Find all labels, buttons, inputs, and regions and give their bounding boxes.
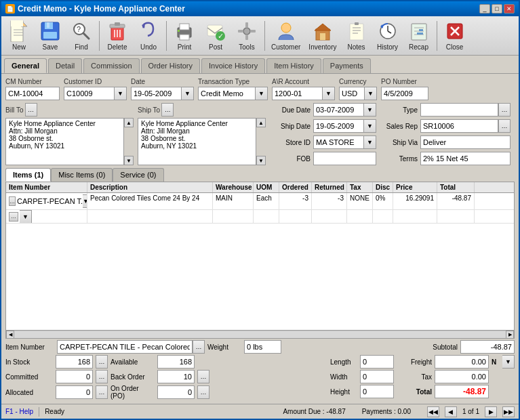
customer-id-dropdown[interactable]: ▼ <box>115 87 127 100</box>
help-link[interactable]: F1 - Help <box>5 408 33 415</box>
col-disc: Disc <box>373 182 393 192</box>
committed-ellipsis[interactable]: … <box>96 370 108 383</box>
date-dropdown[interactable]: ▼ <box>182 87 194 100</box>
ship-date-input[interactable] <box>313 119 364 133</box>
transaction-type-dropdown[interactable]: ▼ <box>256 87 268 100</box>
tab-order-history[interactable]: Order History <box>141 58 200 73</box>
po-number-group: PO Number <box>381 78 428 100</box>
post-button[interactable]: ✓ Post <box>201 18 231 54</box>
allocated-input[interactable] <box>56 385 93 399</box>
freight-input[interactable] <box>435 355 489 369</box>
ship-to-textarea[interactable]: Kyle Home Appliance Center Attn: Jill Mo… <box>138 118 256 165</box>
bill-to-scroll-down[interactable]: ▼ <box>124 156 134 165</box>
tax-input[interactable] <box>435 370 489 383</box>
transaction-type-input[interactable] <box>198 87 256 100</box>
notes-button[interactable]: Notes <box>342 18 372 54</box>
table-row[interactable]: … CARPET-PECAN T. ▼ Pecan Colored Tiles … <box>6 193 514 210</box>
cm-number-input[interactable] <box>5 87 60 100</box>
grid-scrollbar-h[interactable]: ◀ ▶ <box>6 330 514 338</box>
terms-input[interactable] <box>420 152 511 165</box>
maximize-button[interactable]: □ <box>492 4 502 14</box>
ar-account-input[interactable] <box>272 87 323 100</box>
type-input[interactable] <box>420 103 498 117</box>
customer-id-input[interactable] <box>64 87 115 100</box>
close-button[interactable]: Close <box>440 18 470 54</box>
length-input[interactable] <box>360 355 394 369</box>
ship-to-scroll-down[interactable]: ▼ <box>256 156 266 165</box>
nav-prev-button[interactable]: ◀ <box>445 406 457 417</box>
ship-via-input[interactable] <box>420 135 511 149</box>
on-order-input[interactable] <box>157 385 195 399</box>
ship-to-scroll-up[interactable]: ▲ <box>256 118 266 127</box>
date-input[interactable] <box>131 87 182 100</box>
scroll-right-btn[interactable]: ▶ <box>506 331 514 339</box>
new-icon <box>8 20 30 42</box>
committed-input[interactable] <box>56 370 93 383</box>
back-order-ellipsis[interactable]: … <box>197 370 209 383</box>
sales-rep-input[interactable] <box>420 119 498 133</box>
currency-input[interactable] <box>339 87 365 100</box>
bill-to-scroll-up[interactable]: ▲ <box>124 118 134 127</box>
tab-invoice-history[interactable]: Invoice History <box>201 58 265 73</box>
new-item-ellipsis[interactable]: … <box>9 212 18 222</box>
recap-button[interactable]: Recap <box>404 18 434 54</box>
sales-rep-label: Sales Rep <box>380 123 418 130</box>
new-button[interactable]: New <box>4 18 34 54</box>
tab-detail[interactable]: Detail <box>48 58 82 73</box>
tab-items[interactable]: Items (1) <box>5 168 51 182</box>
store-id-input[interactable] <box>313 135 364 149</box>
bill-to-ellipsis[interactable]: … <box>25 103 37 117</box>
tools-button[interactable]: Tools <box>232 18 262 54</box>
tab-service[interactable]: Service (0) <box>113 168 163 182</box>
subtotal-input[interactable] <box>460 340 515 354</box>
nav-first-button[interactable]: ◀◀ <box>427 406 439 417</box>
bill-to-textarea[interactable]: Kyle Home Appliance Center Attn: Jill Mo… <box>5 118 124 165</box>
ship-date-dropdown[interactable]: ▼ <box>364 119 376 133</box>
in-stock-input[interactable] <box>56 355 93 369</box>
tab-general[interactable]: General <box>4 58 47 73</box>
type-ellipsis[interactable]: … <box>498 103 511 117</box>
available-input[interactable] <box>157 355 195 369</box>
weight-input[interactable] <box>244 340 281 354</box>
inventory-button[interactable]: Inventory <box>305 18 340 54</box>
in-stock-ellipsis[interactable]: … <box>96 355 108 369</box>
currency-dropdown[interactable]: ▼ <box>365 87 377 100</box>
total-input[interactable] <box>435 385 489 398</box>
scroll-left-btn[interactable]: ◀ <box>6 331 14 339</box>
item-ellipsis-1[interactable]: … <box>9 196 16 206</box>
bottom-item-number-input[interactable] <box>57 340 193 354</box>
new-item-dropdown[interactable]: ▼ <box>20 210 32 223</box>
width-input[interactable] <box>360 370 394 383</box>
customer-label: Customer <box>271 43 300 51</box>
save-button[interactable]: Save <box>35 18 65 54</box>
due-date-input[interactable] <box>313 103 364 117</box>
history-button[interactable]: History <box>373 18 403 54</box>
tab-commission[interactable]: Commission <box>83 58 140 73</box>
tab-item-history[interactable]: Item History <box>266 58 321 73</box>
item-dropdown-1[interactable]: ▼ <box>83 194 87 208</box>
height-input[interactable] <box>360 385 394 398</box>
fob-input[interactable] <box>313 152 376 165</box>
allocated-ellipsis[interactable]: … <box>96 385 108 399</box>
undo-button[interactable]: Undo <box>134 18 163 54</box>
store-id-dropdown[interactable]: ▼ <box>364 135 376 149</box>
due-date-dropdown[interactable]: ▼ <box>364 103 376 117</box>
window-close-button[interactable]: ✕ <box>504 4 515 14</box>
po-number-input[interactable] <box>381 87 428 100</box>
freight-dropdown[interactable]: ▼ <box>502 355 515 369</box>
back-order-input[interactable] <box>157 370 195 383</box>
nav-next-button[interactable]: ▶ <box>485 406 497 417</box>
delete-button[interactable]: Delete <box>102 18 132 54</box>
sales-rep-ellipsis[interactable]: … <box>498 119 511 133</box>
nav-last-button[interactable]: ▶▶ <box>502 406 515 417</box>
customer-button[interactable]: Customer <box>268 18 304 54</box>
ship-to-ellipsis[interactable]: … <box>161 103 174 117</box>
on-order-ellipsis[interactable]: … <box>197 385 209 399</box>
find-button[interactable]: ? Find <box>66 18 96 54</box>
ar-account-dropdown[interactable]: ▼ <box>323 87 335 100</box>
tab-misc-items[interactable]: Misc Items (0) <box>51 168 113 182</box>
minimize-button[interactable]: _ <box>479 4 490 14</box>
print-button[interactable]: Print <box>169 18 199 54</box>
bottom-item-ellipsis[interactable]: … <box>193 340 205 354</box>
tab-payments[interactable]: Payments <box>323 58 371 73</box>
